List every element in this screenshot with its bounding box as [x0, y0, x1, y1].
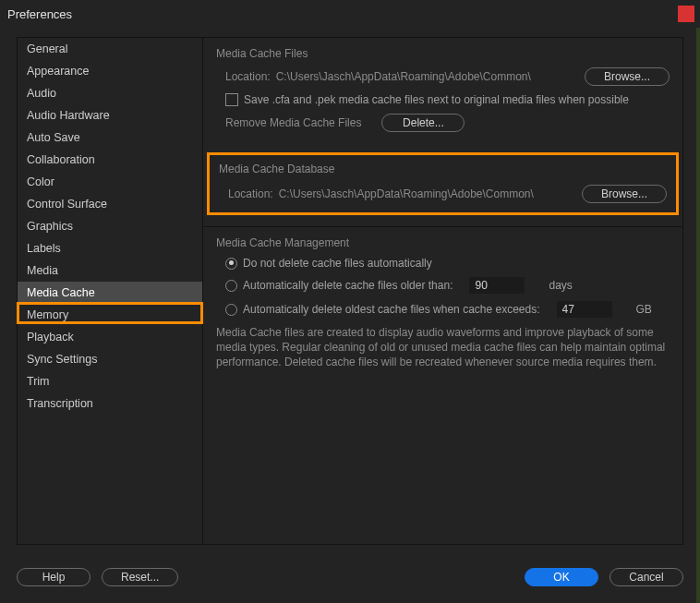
gb-input[interactable]	[557, 301, 612, 318]
sidebar-item-media-cache[interactable]: Media Cache	[18, 282, 202, 304]
remove-cache-label: Remove Media Cache Files	[225, 116, 361, 129]
radio-do-not-delete[interactable]	[225, 258, 237, 270]
sidebar-item-appearance[interactable]: Appearance	[18, 60, 202, 82]
delete-button[interactable]: Delete...	[381, 114, 465, 132]
sidebar-item-color[interactable]: Color	[18, 171, 202, 193]
footer: Help Reset... OK Cancel	[17, 568, 683, 586]
sidebar-item-transcription[interactable]: Transcription	[18, 392, 202, 415]
section-media-cache-files: Media Cache Files	[216, 47, 670, 60]
sidebar-item-graphics[interactable]: Graphics	[18, 215, 202, 237]
main-panel: Media Cache Files Location: C:\Users\Jas…	[203, 37, 683, 545]
sidebar-item-audio-hardware[interactable]: Audio Hardware	[18, 104, 202, 127]
days-unit: days	[549, 279, 572, 292]
sidebar-item-playback[interactable]: Playback	[18, 326, 202, 348]
content-area: General Appearance Audio Audio Hardware …	[0, 28, 700, 554]
ok-button[interactable]: OK	[525, 568, 598, 586]
cache-db-browse-button[interactable]: Browse...	[582, 185, 667, 203]
sidebar-item-control-surface[interactable]: Control Surface	[18, 193, 202, 215]
sidebar-item-labels[interactable]: Labels	[18, 237, 202, 259]
window-edge	[696, 28, 700, 603]
close-icon[interactable]	[678, 6, 694, 22]
sidebar-item-auto-save[interactable]: Auto Save	[18, 127, 202, 149]
cache-info-text: Media Cache files are created to display…	[216, 325, 669, 370]
sidebar-item-audio[interactable]: Audio	[18, 82, 202, 104]
sidebar-item-trim[interactable]: Trim	[18, 370, 202, 392]
window-title: Preferences	[7, 7, 72, 21]
divider	[203, 226, 682, 227]
sidebar: General Appearance Audio Audio Hardware …	[17, 37, 203, 545]
save-next-checkbox[interactable]	[225, 93, 238, 106]
radio-delete-older-than[interactable]	[225, 280, 237, 292]
section-media-cache-management: Media Cache Management	[216, 236, 670, 249]
sidebar-item-general[interactable]: General	[18, 38, 202, 60]
radio-delete-older-than-label: Automatically delete cache files older t…	[243, 279, 453, 292]
cache-db-location-label: Location:	[228, 187, 273, 200]
cache-files-location-label: Location:	[225, 70, 271, 83]
cache-files-location-value: C:\Users\Jasch\AppData\Roaming\Adobe\Com…	[276, 70, 579, 83]
days-input[interactable]	[469, 277, 525, 294]
help-button[interactable]: Help	[17, 568, 91, 586]
sidebar-item-media[interactable]: Media	[18, 259, 202, 282]
sidebar-item-memory[interactable]: Memory	[18, 304, 202, 326]
section-media-cache-database: Media Cache Database	[219, 163, 667, 175]
radio-delete-exceeds[interactable]	[225, 304, 237, 316]
sidebar-item-sync-settings[interactable]: Sync Settings	[18, 348, 202, 370]
save-next-label: Save .cfa and .pek media cache files nex…	[244, 93, 629, 106]
radio-do-not-delete-label: Do not delete cache files automatically	[243, 257, 432, 270]
cancel-button[interactable]: Cancel	[609, 568, 683, 586]
reset-button[interactable]: Reset...	[102, 568, 178, 586]
section-media-cache-database-highlight: Media Cache Database Location: C:\Users\…	[207, 152, 679, 215]
sidebar-item-collaboration[interactable]: Collaboration	[18, 149, 202, 171]
cache-files-browse-button[interactable]: Browse...	[585, 67, 670, 86]
cache-db-location-value: C:\Users\Jasch\AppData\Roaming\Adobe\Com…	[279, 187, 576, 200]
titlebar: Preferences	[0, 0, 700, 28]
radio-delete-exceeds-label: Automatically delete oldest cache files …	[243, 303, 540, 316]
gb-unit: GB	[636, 303, 652, 316]
